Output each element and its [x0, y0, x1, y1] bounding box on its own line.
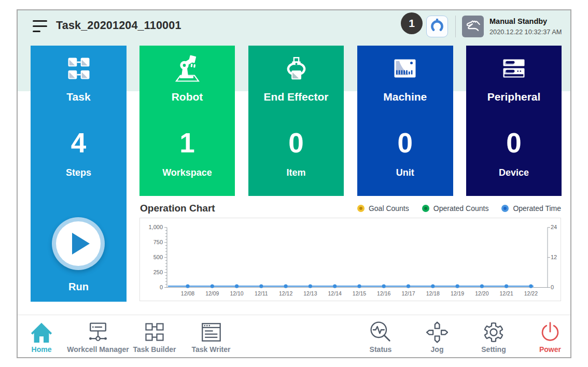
legend-item: Operated Counts [422, 204, 489, 213]
svg-text:24: 24 [551, 224, 557, 230]
bottom-nav: Home Workcell Manager [18, 315, 570, 357]
gripper-icon [429, 18, 445, 35]
operation-chart: 02505007501,0000122412/0812/0912/1012/11… [139, 218, 561, 301]
machine-icon [357, 55, 453, 82]
svg-text:12/10: 12/10 [230, 290, 243, 297]
machine-card[interactable]: Machine 0 Unit [357, 46, 453, 196]
svg-text:12/11: 12/11 [255, 290, 268, 297]
end-effector-tool-button[interactable] [426, 16, 448, 37]
chart-title: Operation Chart [140, 203, 215, 214]
end-effector-card[interactable]: End Effector 0 Item [248, 46, 344, 196]
svg-text:12/16: 12/16 [377, 290, 390, 297]
gripper-claw-icon [248, 55, 344, 82]
svg-text:500: 500 [153, 254, 163, 260]
nav-power[interactable]: Power [514, 321, 586, 354]
card-label: Robot [139, 91, 235, 103]
svg-text:0: 0 [160, 284, 163, 290]
menu-icon[interactable] [33, 20, 47, 33]
peripheral-icon [466, 55, 562, 82]
robot-arm-icon [139, 55, 235, 82]
run-label: Run [31, 281, 127, 293]
run-button[interactable] [52, 217, 105, 270]
header-separator [455, 16, 456, 37]
legend-item: Operated Time [501, 204, 561, 213]
card-label: End Effector [248, 91, 344, 103]
svg-text:12/13: 12/13 [303, 290, 317, 297]
play-icon [72, 233, 90, 255]
card-unit: Device [466, 167, 562, 178]
card-value: 0 [357, 127, 453, 159]
app-window: Task_20201204_110001 1 Manual Standby 20… [17, 9, 571, 358]
svg-text:12/09: 12/09 [205, 290, 219, 297]
nav-label: Task Writer [175, 345, 247, 354]
svg-text:12/21: 12/21 [499, 290, 513, 297]
card-value: 0 [466, 127, 562, 159]
svg-text:12/14: 12/14 [328, 290, 342, 297]
svg-text:12/12: 12/12 [279, 290, 292, 297]
mode-status-label: Manual Standby [489, 17, 547, 25]
svg-text:12: 12 [551, 254, 557, 260]
task-writer-icon [175, 321, 247, 343]
legend-label: Operated Counts [433, 204, 489, 213]
svg-text:12/22: 12/22 [524, 290, 538, 297]
card-label: Peripheral [466, 91, 562, 103]
robot-mode-button[interactable] [462, 16, 484, 37]
power-icon [514, 321, 586, 343]
svg-text:12/17: 12/17 [401, 290, 415, 297]
nav-label: Power [514, 345, 586, 354]
svg-text:12/19: 12/19 [451, 290, 464, 297]
legend-dot-icon [422, 205, 429, 212]
card-value: 4 [31, 127, 127, 159]
legend-dot-icon [357, 205, 365, 212]
card-unit: Unit [357, 167, 453, 178]
card-unit: Workspace [139, 167, 235, 178]
card-unit: Item [248, 167, 344, 178]
svg-text:250: 250 [153, 269, 163, 275]
legend-item: Goal Counts [357, 204, 409, 213]
svg-text:12/15: 12/15 [353, 290, 366, 297]
peripheral-card[interactable]: Peripheral 0 Device [466, 46, 562, 196]
legend-dot-icon [501, 205, 509, 212]
notification-badge[interactable]: 1 [401, 12, 423, 34]
card-label: Machine [357, 91, 453, 103]
task-blocks-icon [31, 55, 127, 82]
card-value: 0 [248, 127, 344, 159]
svg-text:1,000: 1,000 [148, 224, 163, 230]
task-card[interactable]: Task 4 Steps Run [31, 46, 127, 302]
nav-task-writer[interactable]: Task Writer [175, 321, 247, 354]
robot-card[interactable]: Robot 1 Workspace [139, 46, 235, 196]
legend-label: Operated Time [513, 204, 561, 213]
svg-text:12/20: 12/20 [475, 290, 488, 297]
svg-text:12/18: 12/18 [426, 290, 440, 297]
card-label: Task [31, 91, 127, 103]
svg-text:750: 750 [153, 239, 163, 245]
page-title: Task_20201204_110001 [56, 19, 181, 32]
legend-label: Goal Counts [369, 204, 409, 213]
chart-legend: Goal CountsOperated CountsOperated Time [357, 204, 561, 213]
mode-timestamp: 2020.12.22 10:32:37 AM [489, 28, 562, 36]
hand-icon [465, 17, 481, 36]
svg-text:0: 0 [551, 284, 554, 290]
card-value: 1 [139, 127, 235, 159]
svg-text:12/08: 12/08 [181, 290, 194, 297]
card-unit: Steps [31, 167, 127, 178]
